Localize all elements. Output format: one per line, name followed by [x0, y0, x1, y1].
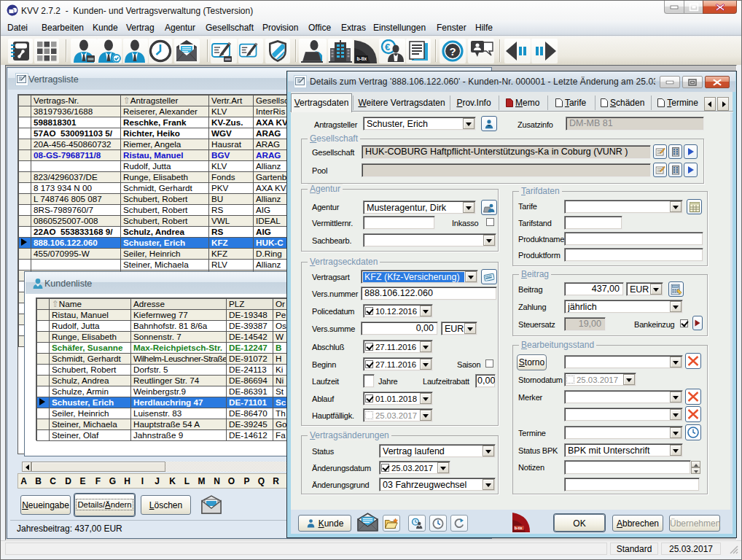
- svg-text:?: ?: [450, 45, 456, 58]
- svg-text:b-tix: b-tix: [357, 56, 367, 61]
- svg-text:€: €: [385, 42, 390, 52]
- svg-text:b-tix: b-tix: [515, 526, 523, 530]
